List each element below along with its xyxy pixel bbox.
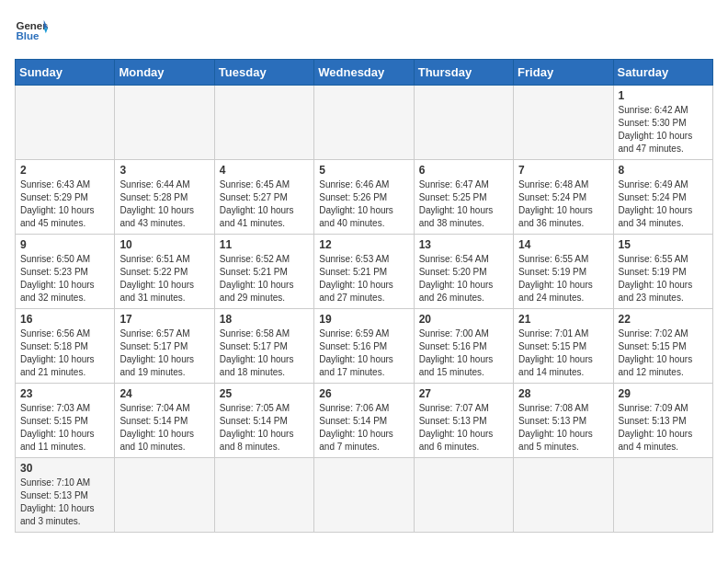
calendar-cell: 3Sunrise: 6:44 AM Sunset: 5:28 PM Daylig… [115,160,214,235]
day-info: Sunrise: 6:55 AM Sunset: 5:19 PM Dayligh… [518,253,608,304]
calendar-cell [214,86,313,160]
calendar-cell [115,458,214,533]
calendar-cell: 10Sunrise: 6:51 AM Sunset: 5:22 PM Dayli… [115,235,214,309]
day-number: 3 [119,164,209,177]
day-info: Sunrise: 6:55 AM Sunset: 5:19 PM Dayligh… [619,253,708,304]
calendar-cell: 7Sunrise: 6:48 AM Sunset: 5:24 PM Daylig… [514,160,613,235]
day-number: 30 [20,462,109,475]
calendar-week-2: 9Sunrise: 6:50 AM Sunset: 5:23 PM Daylig… [16,235,713,309]
calendar-week-0: 1Sunrise: 6:42 AM Sunset: 5:30 PM Daylig… [16,86,713,160]
day-number: 29 [619,387,708,400]
day-info: Sunrise: 6:50 AM Sunset: 5:23 PM Dayligh… [20,253,109,304]
calendar-cell: 12Sunrise: 6:53 AM Sunset: 5:21 PM Dayli… [314,235,414,309]
day-number: 6 [419,164,508,177]
day-info: Sunrise: 7:05 AM Sunset: 5:14 PM Dayligh… [220,402,309,454]
day-info: Sunrise: 6:52 AM Sunset: 5:21 PM Dayligh… [220,253,309,304]
day-number: 10 [119,238,209,251]
svg-text:Blue: Blue [16,30,40,41]
day-info: Sunrise: 6:46 AM Sunset: 5:26 PM Dayligh… [319,178,408,230]
calendar-cell [115,86,214,160]
day-number: 24 [119,387,209,400]
day-info: Sunrise: 7:01 AM Sunset: 5:15 PM Dayligh… [518,327,608,379]
day-number: 26 [319,387,408,400]
day-number: 17 [119,313,209,326]
calendar-cell: 15Sunrise: 6:55 AM Sunset: 5:19 PM Dayli… [613,235,712,309]
day-number: 19 [319,313,408,326]
day-number: 8 [619,164,708,177]
weekday-header-wednesday: Wednesday [314,60,414,86]
calendar-table: SundayMondayTuesdayWednesdayThursdayFrid… [15,59,713,533]
weekday-header-monday: Monday [115,60,214,86]
calendar-cell: 2Sunrise: 6:43 AM Sunset: 5:29 PM Daylig… [16,160,115,235]
calendar-cell [514,458,613,533]
day-number: 11 [220,238,309,251]
weekday-header-saturday: Saturday [613,60,712,86]
calendar-cell: 29Sunrise: 7:09 AM Sunset: 5:13 PM Dayli… [613,384,712,458]
day-number: 13 [419,238,508,251]
day-number: 28 [518,387,608,400]
day-info: Sunrise: 6:51 AM Sunset: 5:22 PM Dayligh… [119,253,209,304]
day-number: 25 [220,387,309,400]
day-info: Sunrise: 6:54 AM Sunset: 5:20 PM Dayligh… [419,253,508,304]
calendar-cell [314,458,414,533]
weekday-header-tuesday: Tuesday [214,60,313,86]
calendar-cell: 27Sunrise: 7:07 AM Sunset: 5:13 PM Dayli… [414,384,513,458]
day-info: Sunrise: 6:59 AM Sunset: 5:16 PM Dayligh… [319,327,408,379]
logo-icon: General Blue [15,15,48,48]
calendar-cell: 26Sunrise: 7:06 AM Sunset: 5:14 PM Dayli… [314,384,414,458]
day-info: Sunrise: 6:45 AM Sunset: 5:27 PM Dayligh… [220,178,309,230]
calendar-cell [314,86,414,160]
day-info: Sunrise: 6:47 AM Sunset: 5:25 PM Dayligh… [419,178,508,230]
day-number: 20 [419,313,508,326]
calendar-cell: 13Sunrise: 6:54 AM Sunset: 5:20 PM Dayli… [414,235,513,309]
weekday-header-sunday: Sunday [16,60,115,86]
calendar-cell: 8Sunrise: 6:49 AM Sunset: 5:24 PM Daylig… [613,160,712,235]
calendar-cell: 22Sunrise: 7:02 AM Sunset: 5:15 PM Dayli… [613,309,712,384]
calendar-cell: 24Sunrise: 7:04 AM Sunset: 5:14 PM Dayli… [115,384,214,458]
calendar-cell: 19Sunrise: 6:59 AM Sunset: 5:16 PM Dayli… [314,309,414,384]
calendar-week-3: 16Sunrise: 6:56 AM Sunset: 5:18 PM Dayli… [16,309,713,384]
day-info: Sunrise: 6:53 AM Sunset: 5:21 PM Dayligh… [319,253,408,304]
calendar-cell [414,458,513,533]
day-info: Sunrise: 7:07 AM Sunset: 5:13 PM Dayligh… [419,402,508,454]
weekday-header-thursday: Thursday [414,60,513,86]
calendar-cell: 4Sunrise: 6:45 AM Sunset: 5:27 PM Daylig… [214,160,313,235]
day-number: 23 [20,387,109,400]
day-number: 27 [419,387,508,400]
day-number: 4 [220,164,309,177]
day-number: 2 [20,164,109,177]
day-info: Sunrise: 7:03 AM Sunset: 5:15 PM Dayligh… [20,402,109,454]
day-info: Sunrise: 7:10 AM Sunset: 5:13 PM Dayligh… [20,477,109,528]
day-info: Sunrise: 7:04 AM Sunset: 5:14 PM Dayligh… [119,402,209,454]
logo: General Blue [15,15,51,48]
calendar-cell: 14Sunrise: 6:55 AM Sunset: 5:19 PM Dayli… [514,235,613,309]
day-info: Sunrise: 6:43 AM Sunset: 5:29 PM Dayligh… [20,178,109,230]
calendar-cell: 28Sunrise: 7:08 AM Sunset: 5:13 PM Dayli… [514,384,613,458]
day-info: Sunrise: 7:06 AM Sunset: 5:14 PM Dayligh… [319,402,408,454]
weekday-header-friday: Friday [514,60,613,86]
calendar-cell: 23Sunrise: 7:03 AM Sunset: 5:15 PM Dayli… [16,384,115,458]
calendar-cell: 16Sunrise: 6:56 AM Sunset: 5:18 PM Dayli… [16,309,115,384]
calendar-header: SundayMondayTuesdayWednesdayThursdayFrid… [16,60,713,86]
day-info: Sunrise: 6:57 AM Sunset: 5:17 PM Dayligh… [119,327,209,379]
calendar-week-1: 2Sunrise: 6:43 AM Sunset: 5:29 PM Daylig… [16,160,713,235]
calendar-cell: 5Sunrise: 6:46 AM Sunset: 5:26 PM Daylig… [314,160,414,235]
calendar-cell: 9Sunrise: 6:50 AM Sunset: 5:23 PM Daylig… [16,235,115,309]
day-info: Sunrise: 6:56 AM Sunset: 5:18 PM Dayligh… [20,327,109,379]
page-header: General Blue [15,15,713,48]
day-number: 12 [319,238,408,251]
calendar-cell [613,458,712,533]
calendar-cell: 1Sunrise: 6:42 AM Sunset: 5:30 PM Daylig… [613,86,712,160]
day-info: Sunrise: 6:48 AM Sunset: 5:24 PM Dayligh… [518,178,608,230]
day-number: 7 [518,164,608,177]
day-number: 14 [518,238,608,251]
calendar-cell: 30Sunrise: 7:10 AM Sunset: 5:13 PM Dayli… [16,458,115,533]
day-info: Sunrise: 7:09 AM Sunset: 5:13 PM Dayligh… [619,402,708,454]
calendar-week-4: 23Sunrise: 7:03 AM Sunset: 5:15 PM Dayli… [16,384,713,458]
day-number: 16 [20,313,109,326]
day-info: Sunrise: 6:49 AM Sunset: 5:24 PM Dayligh… [619,178,708,230]
day-info: Sunrise: 7:02 AM Sunset: 5:15 PM Dayligh… [619,327,708,379]
calendar-cell [16,86,115,160]
calendar-cell: 6Sunrise: 6:47 AM Sunset: 5:25 PM Daylig… [414,160,513,235]
day-number: 21 [518,313,608,326]
